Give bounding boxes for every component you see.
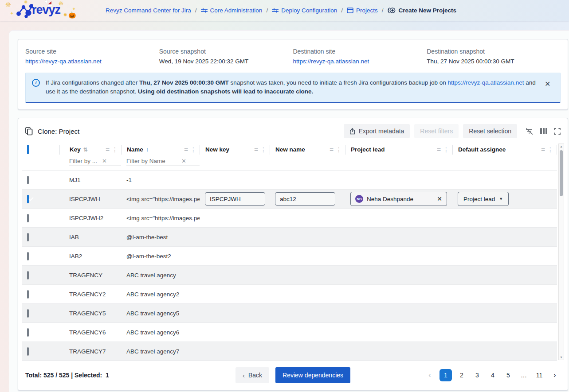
sort-ascending-icon[interactable]: ↑ (146, 146, 149, 153)
destination-site-link[interactable]: https://revyz-qa.atlassian.net (293, 58, 427, 65)
name-filter-input[interactable] (126, 158, 181, 164)
filter-off-icon[interactable] (525, 128, 534, 135)
column-header-name[interactable]: Name ↑ = ⋮ (121, 145, 200, 155)
select-all-checkbox[interactable] (27, 145, 29, 154)
cell-name: ABC travel agency5 (121, 310, 200, 317)
footer-buttons: ‹ Back Review dependencies (235, 367, 350, 383)
project-lead-name: Neha Deshpande (367, 196, 433, 202)
source-site-field: Source site https://revyz-qa.atlassian.n… (25, 48, 159, 65)
column-header-new-key[interactable]: New key = ⋮ (200, 145, 270, 155)
source-snapshot-field: Source snapshot Wed, 19 Nov 2025 22:00:3… (159, 48, 293, 65)
row-checkbox[interactable] (27, 195, 29, 203)
table-row[interactable]: TRAGENCY7 ABC travel agency7 (22, 342, 557, 361)
table-row-selected[interactable]: ISPCPJWH <img src="https://images.pexe N… (22, 189, 557, 208)
sliders-icon (201, 8, 208, 13)
breadcrumb-command-center-link[interactable]: Revyz Command Center for Jira (106, 7, 191, 14)
row-checkbox[interactable] (27, 309, 29, 318)
column-header-default-assignee[interactable]: Default assignee = ⋮ (452, 145, 557, 155)
columns-icon[interactable] (540, 128, 547, 134)
pagination-page-3[interactable]: 3 (471, 369, 483, 381)
reset-selection-button[interactable]: Reset selection (463, 124, 517, 138)
column-drag-handle-icon[interactable]: = (541, 146, 545, 153)
selection-summary: Total: 525 / 525 | Selected: 1 (25, 372, 230, 379)
breadcrumb-projects-link[interactable]: Projects (347, 7, 378, 14)
row-checkbox[interactable] (27, 233, 29, 241)
column-drag-handle-icon[interactable]: = (437, 146, 440, 153)
reset-filters-button[interactable]: Reset filters (414, 124, 459, 138)
column-menu-icon[interactable]: ⋮ (190, 146, 200, 153)
review-dependencies-button[interactable]: Review dependencies (275, 367, 350, 383)
table-row[interactable]: IAB2 @i-am-the-best2 (22, 246, 557, 265)
name-filter: ✕ (126, 158, 200, 166)
new-key-input[interactable] (205, 192, 265, 206)
row-checkbox[interactable] (27, 271, 29, 279)
table-vertical-scrollbar[interactable]: ▲ ▼ (558, 144, 564, 360)
column-header-new-name[interactable]: New name = ⋮ (270, 145, 345, 155)
scroll-down-arrow-icon[interactable]: ▼ (559, 356, 564, 359)
revyz-logo[interactable]: ❊ ✦ ✺ ❊ ✦ ✺ revyz 🎃 (4, 0, 98, 21)
table-row[interactable]: TRAGENCY ABC travel agency (22, 265, 557, 284)
cell-key: TRAGENCY7 (59, 348, 121, 355)
breadcrumb-current-page: Create New Projects (388, 7, 457, 14)
pagination-page-1[interactable]: 1 (440, 369, 452, 381)
table-row[interactable]: TRAGENCY5 ABC travel agency5 (22, 303, 557, 322)
back-button[interactable]: ‹ Back (235, 367, 269, 383)
pagination-page-11[interactable]: 11 (534, 369, 545, 381)
column-header-project-lead[interactable]: Project lead = ⋮ (345, 145, 452, 155)
project-lead-chip[interactable]: ND Neha Deshpande ✕ (350, 192, 447, 206)
row-checkbox[interactable] (27, 176, 29, 184)
column-drag-handle-icon[interactable]: = (106, 146, 109, 153)
key-filter-input[interactable] (69, 158, 101, 164)
column-drag-handle-icon[interactable]: = (254, 146, 258, 153)
source-site-link[interactable]: https://revyz-qa.atlassian.net (25, 58, 159, 65)
santa-hat-icon (45, 0, 52, 6)
clear-name-filter-icon[interactable]: ✕ (181, 158, 187, 164)
cell-name: -1 (121, 177, 200, 183)
table-header-row: Key ⇅ = ⋮ Name ↑ = ⋮ New key = ⋮ New (22, 144, 557, 155)
export-icon (349, 128, 355, 135)
row-checkbox[interactable] (27, 290, 29, 299)
sort-both-icon[interactable]: ⇅ (83, 147, 88, 153)
column-drag-handle-icon[interactable]: = (330, 146, 333, 153)
scrollbar-thumb[interactable] (560, 150, 563, 196)
row-checkbox[interactable] (27, 347, 29, 356)
pagination-page-5[interactable]: 5 (502, 369, 514, 381)
fullscreen-icon[interactable] (554, 128, 561, 135)
column-menu-icon[interactable]: ⋮ (260, 146, 270, 153)
breadcrumb-deploy-configuration-link[interactable]: Deploy Configuration (272, 7, 337, 14)
new-name-input[interactable] (275, 192, 335, 206)
column-menu-icon[interactable]: ⋮ (112, 146, 121, 153)
cell-key: TRAGENCY5 (59, 310, 121, 317)
row-checkbox[interactable] (27, 328, 29, 337)
clear-key-filter-icon[interactable]: ✕ (101, 158, 108, 164)
column-menu-icon[interactable]: ⋮ (547, 146, 557, 153)
banner-close-icon[interactable]: ✕ (544, 79, 551, 96)
pagination-page-2[interactable]: 2 (456, 369, 467, 381)
row-checkbox[interactable] (27, 214, 29, 222)
remove-project-lead-icon[interactable]: ✕ (437, 195, 442, 202)
pagination-next-icon[interactable]: › (549, 369, 561, 381)
default-assignee-dropdown[interactable]: Project lead ▼ (458, 192, 509, 206)
pagination-prev-icon[interactable]: ‹ (424, 369, 436, 381)
pagination-page-4[interactable]: 4 (487, 369, 498, 381)
export-metadata-button[interactable]: Export metadata (344, 124, 410, 138)
pumpkin-icon: 🎃 (68, 12, 76, 19)
column-menu-icon[interactable]: ⋮ (443, 146, 452, 153)
scroll-up-arrow-icon[interactable]: ▲ (559, 145, 564, 148)
chevron-down-icon: ▼ (499, 197, 503, 201)
column-menu-icon[interactable]: ⋮ (336, 146, 345, 153)
table-row[interactable]: IAB @i-am-the-best (22, 227, 557, 246)
snapshot-info-card: Source site https://revyz-qa.atlassian.n… (18, 39, 568, 110)
banner-site-link[interactable]: https://revyz-qa.atlassian.net (448, 79, 524, 86)
column-header-key[interactable]: Key ⇅ = ⋮ (59, 145, 121, 155)
cell-key: ISPCPJWH (59, 196, 121, 202)
breadcrumb-core-administration-link[interactable]: Core Administration (201, 7, 263, 14)
table-row[interactable]: TRAGENCY6 ABC travel agency6 (22, 322, 557, 342)
table-row[interactable]: MJ1 -1 (22, 170, 557, 189)
cell-name: <img src="https://images.pexe (121, 196, 200, 202)
table-row[interactable]: ISPCPJWH2 <img src="https://images.pexe (22, 208, 557, 227)
table-row[interactable]: TRAGENCY2 ABC travel agency2 (22, 284, 557, 303)
cell-key: ISPCPJWH2 (59, 215, 121, 221)
column-drag-handle-icon[interactable]: = (184, 146, 188, 153)
row-checkbox[interactable] (27, 252, 29, 260)
